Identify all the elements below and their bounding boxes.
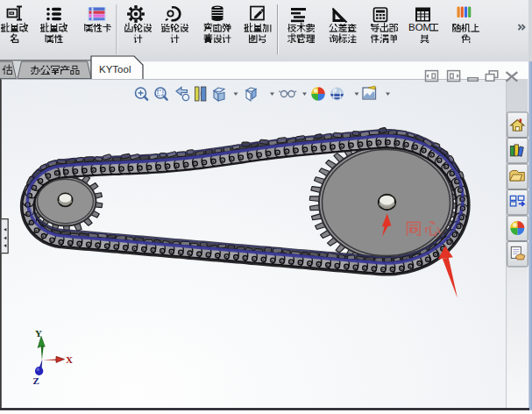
svg-text:KYTool: KYTool	[99, 64, 131, 75]
svg-text:X: X	[66, 354, 73, 365]
svg-text:Z: Z	[33, 375, 39, 386]
svg-text:Y: Y	[35, 328, 42, 339]
svg-text:BOM: BOM	[408, 22, 431, 32]
